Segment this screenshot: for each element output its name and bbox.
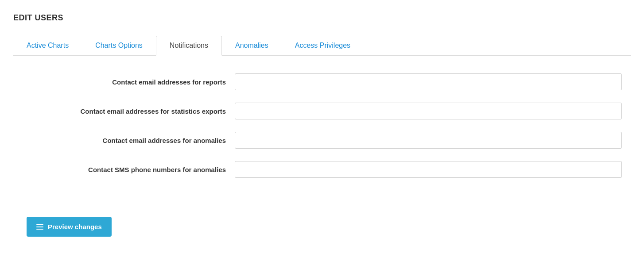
email-stats-row: Contact email addresses for statistics e… bbox=[13, 103, 631, 119]
email-reports-row: Contact email addresses for reports bbox=[13, 73, 631, 90]
sms-anomalies-row: Contact SMS phone numbers for anomalies bbox=[13, 161, 631, 178]
preview-changes-button[interactable]: Preview changes bbox=[27, 217, 112, 237]
email-reports-input[interactable] bbox=[235, 73, 622, 90]
email-stats-label: Contact email addresses for statistics e… bbox=[22, 107, 235, 115]
email-anomalies-input[interactable] bbox=[235, 132, 622, 149]
page-title: EDIT USERS bbox=[13, 13, 631, 23]
preview-changes-label: Preview changes bbox=[48, 223, 102, 230]
email-anomalies-label: Contact email addresses for anomalies bbox=[22, 137, 235, 144]
email-anomalies-row: Contact email addresses for anomalies bbox=[13, 132, 631, 149]
tab-anomalies[interactable]: Anomalies bbox=[222, 36, 282, 55]
tab-notifications[interactable]: Notifications bbox=[156, 36, 222, 56]
tab-charts-options[interactable]: Charts Options bbox=[82, 36, 156, 55]
sms-anomalies-label: Contact SMS phone numbers for anomalies bbox=[22, 166, 235, 173]
sms-anomalies-input[interactable] bbox=[235, 161, 622, 178]
page-container: EDIT USERS Active Charts Charts Options … bbox=[0, 0, 644, 261]
notifications-content: Contact email addresses for reports Cont… bbox=[13, 56, 631, 203]
tabs-container: Active Charts Charts Options Notificatio… bbox=[13, 36, 631, 56]
tab-access-privileges[interactable]: Access Privileges bbox=[282, 36, 364, 55]
email-stats-input[interactable] bbox=[235, 103, 622, 119]
email-reports-label: Contact email addresses for reports bbox=[22, 78, 235, 86]
list-icon bbox=[36, 224, 43, 230]
footer-area: Preview changes bbox=[13, 208, 631, 246]
tab-active-charts[interactable]: Active Charts bbox=[13, 36, 82, 55]
